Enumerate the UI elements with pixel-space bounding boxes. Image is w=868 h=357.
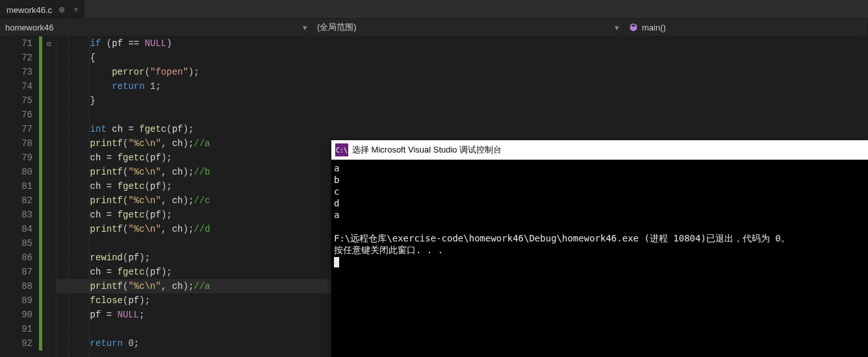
token-punc: { [68,53,96,63]
token-fn: printf [90,195,123,206]
fold-gutter [42,93,56,108]
debug-console-window[interactable]: C:\ 选择 Microsoft Visual Studio 调试控制台 a b… [331,140,868,357]
line-number: 81 [0,179,32,193]
scope-name: (全局范围) [317,21,357,33]
code-line[interactable]: return 1; [57,79,868,93]
token-fn: rewind [90,252,123,263]
token-id: ch [172,224,183,234]
tab-bar: mework46.c ⊕ × [0,0,868,18]
token-str: " [128,224,133,234]
fold-column: ⊟ [42,36,57,357]
token-punc [68,138,90,149]
token-fn: fgetc [118,181,145,191]
token-punc: ; [166,153,172,163]
token-punc: = [101,210,117,220]
token-punc [68,167,90,177]
project-selector[interactable]: homework46 ▾ [0,19,312,36]
token-punc: = [123,124,139,134]
line-number: 79 [0,151,32,165]
code-line[interactable]: perror("fopen"); [57,65,868,79]
token-punc: ( [166,124,172,134]
token-esc: \n [145,281,156,291]
fold-gutter [42,193,56,208]
fold-gutter [42,265,56,279]
token-punc: ( [145,267,150,277]
token-id: ch [90,267,101,277]
file-tab[interactable]: mework46.c ⊕ × [0,0,84,18]
project-name: homework46 [5,23,53,32]
token-punc [68,153,90,163]
console-titlebar[interactable]: C:\ 选择 Microsoft Visual Studio 调试控制台 [331,140,868,160]
token-cmt: //d [194,224,210,234]
token-kw: int [90,124,107,134]
token-str: " [155,195,160,206]
token-punc: = [101,310,117,320]
token-id: pf [150,267,161,277]
token-punc: ( [101,38,112,49]
fold-gutter [42,108,56,122]
line-number: 76 [0,108,32,122]
fold-gutter [42,293,56,308]
token-punc: ) [183,281,188,291]
token-punc: ) [183,167,188,177]
token-punc [68,210,90,220]
token-id: ch [90,153,101,163]
pin-icon[interactable]: ⊕ [57,5,66,14]
token-punc: , [161,167,172,177]
token-punc: ) [183,195,188,206]
chevron-down-icon: ▾ [615,23,619,32]
fold-gutter [42,236,56,251]
token-fn: printf [90,138,123,149]
code-line[interactable]: if (pf == NULL) [57,36,868,51]
token-str: " [128,195,133,206]
code-line[interactable] [57,108,868,122]
token-cmt: //c [194,195,210,206]
token-id: ch [172,138,183,149]
console-title: 选择 Microsoft Visual Studio 调试控制台 [352,144,502,156]
token-str: " [128,138,133,149]
token-id: ch [90,181,101,191]
token-str: " [155,138,160,149]
token-fn: fgetc [139,124,166,134]
close-icon[interactable]: × [71,5,81,14]
token-punc [68,224,90,234]
line-number-gutter: 7172737475767778798081828384858687888990… [0,36,39,357]
fold-toggle-icon[interactable]: ⊟ [42,36,56,51]
line-number: 71 [0,36,32,51]
line-number: 74 [0,79,32,93]
token-id: pf [90,310,101,320]
function-selector[interactable]: main() [624,19,868,36]
token-punc [68,295,90,306]
token-punc [107,124,112,134]
scope-selector[interactable]: (全局范围) ▾ [312,19,624,36]
code-editor[interactable]: 7172737475767778798081828384858687888990… [0,36,868,357]
token-punc: = [101,153,117,163]
token-fn: printf [90,224,123,234]
token-id: ch [90,210,101,220]
chevron-down-icon: ▾ [303,23,307,32]
token-punc [68,281,90,291]
code-line[interactable]: int ch = fgetc(pf); [57,122,868,136]
token-mac: NULL [145,38,167,49]
console-cursor [334,257,339,267]
token-punc [68,124,90,134]
fold-gutter [42,179,56,193]
token-esc: \n [145,138,156,149]
token-punc: = [101,181,117,191]
token-punc [68,310,90,320]
code-line[interactable]: { [57,51,868,65]
tab-filename: mework46.c [6,5,52,15]
code-line[interactable]: } [57,93,868,108]
token-punc: ; [139,310,144,320]
token-punc [68,181,90,191]
token-id: ch [172,281,183,291]
token-esc: \n [145,224,156,234]
token-str: " [128,281,133,291]
fold-gutter [42,51,56,65]
token-punc [68,38,90,49]
token-kw: return [112,81,144,92]
token-punc: , [161,195,172,206]
token-kw: if [90,38,101,49]
line-number: 90 [0,308,32,322]
fold-gutter [42,336,56,351]
